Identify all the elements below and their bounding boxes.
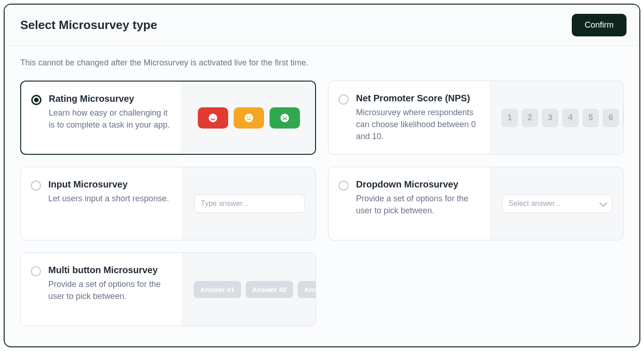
- option-multi-body: Multi button Microsurvey Provide a set o…: [21, 253, 182, 326]
- nps-number: 5: [582, 109, 599, 127]
- radio-icon: [31, 181, 41, 191]
- svg-point-5: [249, 117, 251, 118]
- radio-icon: [31, 266, 41, 276]
- option-multi-desc: Provide a set of options for the user to…: [48, 278, 174, 302]
- option-input-title: Input Microsurvey: [48, 179, 169, 190]
- nps-number: 6: [603, 109, 619, 127]
- panel-body: This cannot be changed after the Microsu…: [5, 46, 639, 346]
- radio-icon: [339, 181, 349, 191]
- svg-point-7: [280, 113, 288, 122]
- nps-number: 4: [562, 109, 579, 127]
- dropdown-placeholder-preview: Select answer...: [502, 194, 612, 213]
- chevron-down-icon: [599, 199, 607, 207]
- activation-hint: This cannot be changed after the Microsu…: [20, 58, 624, 68]
- option-input-preview: Type answer...: [182, 167, 316, 240]
- radio-selected-icon: [31, 95, 41, 105]
- face-happy-icon: [198, 107, 228, 129]
- svg-point-1: [211, 117, 212, 118]
- multi-answer-chip: Answer #1: [194, 281, 241, 298]
- svg-point-2: [213, 117, 215, 118]
- nps-number: 3: [542, 109, 558, 127]
- option-rating-body: Rating Microsurvey Learn how easy or cha…: [21, 82, 182, 154]
- nps-number: 2: [522, 109, 538, 127]
- svg-point-0: [208, 113, 217, 122]
- options-grid: Rating Microsurvey Learn how easy or cha…: [20, 81, 624, 326]
- svg-point-3: [244, 113, 253, 122]
- option-rating-title: Rating Microsurvey: [49, 94, 173, 104]
- option-multi-button[interactable]: Multi button Microsurvey Provide a set o…: [20, 252, 316, 326]
- option-multi-title: Multi button Microsurvey: [48, 265, 174, 275]
- option-multi-preview: Answer #1 Answer #2 Answer #3: [182, 253, 316, 326]
- option-dropdown-desc: Provide a set of options for the user to…: [356, 193, 482, 216]
- radio-icon: [339, 94, 349, 105]
- option-nps[interactable]: Net Promoter Score (NPS) Microsurvey whe…: [328, 81, 624, 155]
- input-placeholder-preview: Type answer...: [194, 194, 305, 213]
- face-sad-icon: [270, 107, 300, 129]
- svg-point-8: [282, 117, 284, 118]
- dropdown-placeholder-text: Select answer...: [509, 199, 561, 208]
- option-rating-desc: Learn how easy or challenging it is to c…: [49, 107, 173, 131]
- option-dropdown-body: Dropdown Microsurvey Provide a set of op…: [328, 167, 490, 240]
- svg-point-9: [285, 117, 287, 118]
- nps-number: 7: [623, 109, 623, 127]
- option-rating[interactable]: Rating Microsurvey Learn how easy or cha…: [20, 81, 316, 155]
- option-input-desc: Let users input a short response.: [48, 193, 169, 205]
- microsurvey-type-panel: Select Microsurvey type Confirm This can…: [4, 4, 640, 347]
- confirm-button[interactable]: Confirm: [572, 14, 627, 36]
- svg-point-4: [247, 117, 248, 118]
- option-input[interactable]: Input Microsurvey Let users input a shor…: [20, 167, 316, 240]
- option-dropdown[interactable]: Dropdown Microsurvey Provide a set of op…: [328, 167, 624, 240]
- face-neutral-icon: [234, 107, 264, 129]
- multi-answer-chip: Answer #2: [246, 281, 293, 298]
- option-nps-title: Net Promoter Score (NPS): [356, 93, 482, 104]
- option-nps-desc: Microsurvey where respondents can choose…: [356, 106, 482, 142]
- option-nps-body: Net Promoter Score (NPS) Microsurvey whe…: [328, 81, 490, 154]
- option-rating-preview: [182, 82, 315, 154]
- panel-header: Select Microsurvey type Confirm: [5, 5, 639, 46]
- multi-answer-chip: Answer #3: [298, 281, 316, 298]
- nps-number: 1: [501, 109, 518, 127]
- panel-title: Select Microsurvey type: [20, 18, 157, 32]
- option-nps-preview: 1 2 3 4 5 6 7: [490, 81, 623, 154]
- option-input-body: Input Microsurvey Let users input a shor…: [21, 167, 182, 240]
- option-dropdown-preview: Select answer...: [490, 167, 623, 240]
- option-dropdown-title: Dropdown Microsurvey: [356, 179, 482, 190]
